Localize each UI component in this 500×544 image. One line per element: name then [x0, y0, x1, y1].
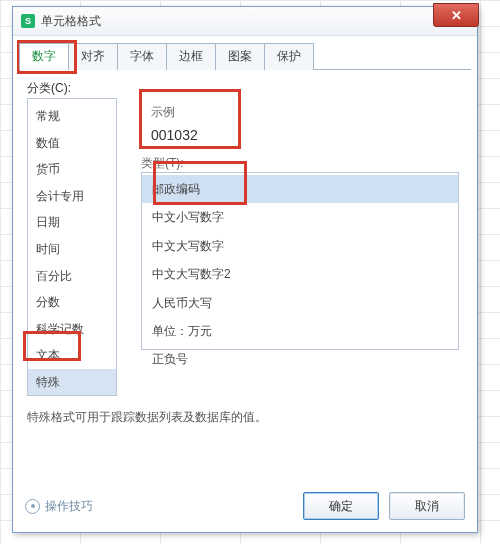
app-icon: S [21, 14, 35, 28]
category-item[interactable]: 科学记数 [28, 316, 116, 343]
type-listbox[interactable]: 邮政编码中文小写数字中文大写数字中文大写数字2人民币大写单位：万元正负号 [141, 172, 459, 350]
window-title: 单元格格式 [41, 13, 101, 30]
category-item[interactable]: 常规 [28, 103, 116, 130]
type-item[interactable]: 中文小写数字 [142, 203, 458, 231]
tab-1[interactable]: 对齐 [68, 43, 118, 70]
tips-link[interactable]: 操作技巧 [25, 498, 93, 515]
category-item[interactable]: 数值 [28, 130, 116, 157]
dialog-body: 分类(C): 常规数值货币会计专用日期时间百分比分数科学记数文本特殊自定义 示例… [13, 70, 477, 498]
tips-icon [25, 499, 40, 514]
category-item[interactable]: 百分比 [28, 263, 116, 290]
titlebar: S 单元格格式 ✕ [13, 7, 477, 36]
close-button[interactable]: ✕ [433, 3, 479, 27]
category-item[interactable]: 文本 [28, 342, 116, 369]
type-item[interactable]: 单位：万元 [142, 317, 458, 345]
category-item[interactable]: 会计专用 [28, 183, 116, 210]
category-item[interactable]: 时间 [28, 236, 116, 263]
tips-label: 操作技巧 [45, 498, 93, 515]
footer-buttons: 确定 取消 [303, 492, 465, 520]
type-item[interactable]: 中文大写数字 [142, 232, 458, 260]
tab-4[interactable]: 图案 [215, 43, 265, 70]
tab-2[interactable]: 字体 [117, 43, 167, 70]
type-item[interactable]: 人民币大写 [142, 289, 458, 317]
example-label: 示例 [151, 104, 449, 121]
ok-button[interactable]: 确定 [303, 492, 379, 520]
type-label: 类型(T): [141, 155, 184, 172]
tab-3[interactable]: 边框 [166, 43, 216, 70]
category-item[interactable]: 特殊 [28, 369, 116, 396]
category-item[interactable]: 分数 [28, 289, 116, 316]
format-cells-dialog: S 单元格格式 ✕ 数字对齐字体边框图案保护 分类(C): 常规数值货币会计专用… [12, 6, 478, 533]
tab-strip: 数字对齐字体边框图案保护 [13, 36, 477, 69]
type-item[interactable]: 邮政编码 [142, 175, 458, 203]
category-item[interactable]: 日期 [28, 209, 116, 236]
example-block: 示例 001032 [141, 98, 459, 151]
tab-5[interactable]: 保护 [264, 43, 314, 70]
tab-0[interactable]: 数字 [19, 43, 69, 70]
example-value: 001032 [151, 127, 449, 143]
close-icon: ✕ [451, 8, 462, 23]
category-item[interactable]: 货币 [28, 156, 116, 183]
format-description: 特殊格式可用于跟踪数据列表及数据库的值。 [27, 408, 459, 426]
cancel-button[interactable]: 取消 [389, 492, 465, 520]
category-listbox[interactable]: 常规数值货币会计专用日期时间百分比分数科学记数文本特殊自定义 [27, 98, 117, 396]
dialog-footer: 操作技巧 确定 取消 [13, 486, 477, 526]
type-item[interactable]: 正负号 [142, 345, 458, 373]
category-label: 分类(C): [27, 80, 465, 97]
type-item[interactable]: 中文大写数字2 [142, 260, 458, 288]
